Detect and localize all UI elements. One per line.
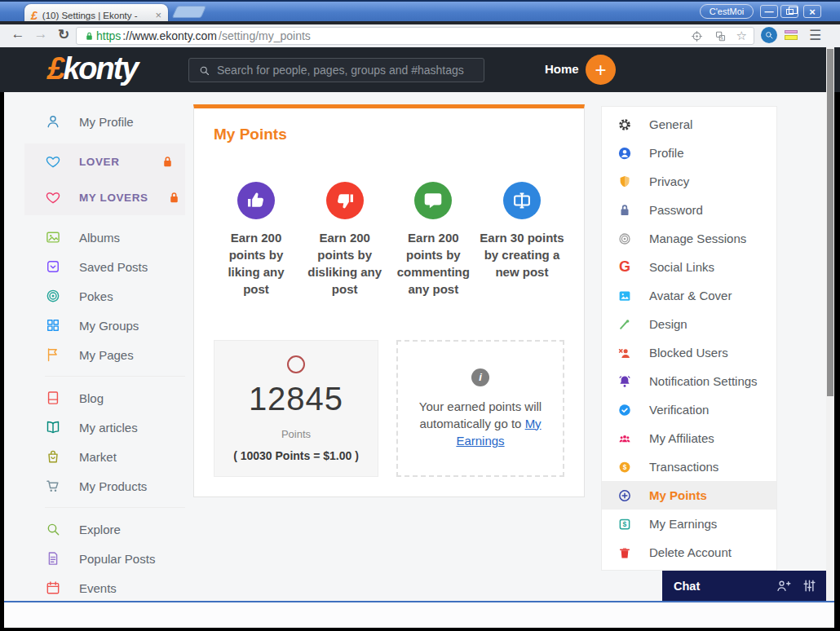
sidebar-item-label: Market [79, 450, 117, 464]
settings-item-label: Notification Settings [649, 374, 758, 388]
settings-item-avatar-cover[interactable]: Avatar & Cover [602, 281, 776, 310]
settings-item-general[interactable]: General [602, 110, 776, 139]
sidebar-item-albums[interactable]: Albums [45, 223, 185, 252]
new-tab-button[interactable] [172, 6, 207, 18]
browser-profile-button[interactable]: C'estMoi [700, 4, 754, 19]
settings-item-verification[interactable]: Verification [602, 395, 776, 424]
minimize-button[interactable]: — [760, 5, 778, 18]
add-person-icon[interactable] [775, 578, 791, 593]
sidebar-item-market[interactable]: Market [45, 442, 185, 471]
translate-icon[interactable]: A [713, 30, 729, 42]
sidebar-item-label: Albums [79, 231, 120, 245]
settings-item-delete-account[interactable]: Delete Account [602, 538, 776, 567]
settings-item-manage-sessions[interactable]: Manage Sessions [602, 224, 776, 253]
favicon: £ [31, 9, 38, 22]
sidebar-item-label: Blog [79, 391, 104, 405]
settings-item-profile[interactable]: Profile [602, 139, 776, 167]
person-x-icon [617, 346, 633, 360]
magnifier-icon [45, 521, 61, 537]
sidebar-item-my-articles[interactable]: My articles [45, 413, 185, 442]
lock-icon [617, 203, 633, 218]
create-post-icon [503, 182, 541, 219]
sidebar-item-my-groups[interactable]: My Groups [45, 311, 185, 340]
sidebar-item-my-profile[interactable]: My Profile [45, 107, 185, 136]
coin-icon: $ [617, 460, 633, 474]
svg-text:$: $ [623, 520, 627, 528]
lock-icon [166, 191, 183, 205]
settings-item-notification-settings[interactable]: Notification Settings [602, 367, 776, 395]
reload-icon[interactable]: ↻ [54, 26, 73, 43]
settings-item-password[interactable]: Password [602, 196, 776, 224]
sidebar-item-my-lovers[interactable]: MY LOVERS [24, 179, 185, 215]
sidebar-item-label: Explore [79, 523, 121, 536]
browser-menu-icon[interactable]: ☰ [809, 27, 821, 44]
earn-caption: Earn 200 points by commenting any post [391, 229, 475, 298]
settings-item-privacy[interactable]: Privacy [602, 167, 776, 196]
back-icon[interactable]: ← [8, 26, 28, 42]
sidebar-item-pokes[interactable]: Pokes [45, 281, 185, 311]
sidebar-item-saved-posts[interactable]: Saved Posts [45, 252, 185, 281]
points-label: Points [214, 428, 378, 440]
thumb-down-icon [326, 182, 364, 219]
close-button[interactable]: × [803, 5, 821, 18]
sidebar-item-lover[interactable]: LOVER [24, 143, 185, 179]
trash-icon [617, 545, 633, 560]
bottom-strip [4, 601, 834, 628]
grid-icon [45, 317, 61, 333]
search-input[interactable] [217, 64, 475, 77]
settings-item-blocked-users[interactable]: Blocked Users [602, 338, 776, 367]
settings-item-my-earnings[interactable]: $My Earnings [602, 510, 776, 538]
my-points-card: My Points Earn 200 points by liking any … [193, 104, 585, 497]
settings-item-label: My Earnings [649, 517, 717, 531]
sidebar-item-my-pages[interactable]: My Pages [45, 340, 185, 369]
sidebar-item-popular-posts[interactable]: Popular Posts [45, 544, 185, 573]
settings-item-label: Transactions [649, 460, 718, 474]
settings-item-label: Social Links [649, 260, 714, 274]
sidebar-item-blog[interactable]: Blog [45, 383, 185, 413]
sidebar-item-events[interactable]: Events [45, 573, 185, 601]
earn-card: Earn 200 points by commenting any post [391, 182, 475, 298]
create-plus-button[interactable]: + [586, 55, 616, 85]
settings-item-label: My Points [649, 488, 707, 502]
forward-icon[interactable]: → [31, 26, 51, 42]
scrollbar-thumb[interactable] [827, 49, 833, 396]
extension-icon[interactable] [784, 27, 798, 43]
earn-card: Earn 200 points by liking any post [214, 182, 298, 298]
bookmark-star-icon[interactable]: ☆ [736, 29, 747, 43]
bookmark-icon [45, 258, 61, 275]
image-filled-icon [617, 289, 633, 303]
sidebar-item-label: My Products [79, 479, 147, 493]
tab-title: (10) Settings | Ekonty - [42, 11, 151, 20]
shield-icon [617, 174, 633, 189]
divider [45, 376, 185, 377]
search-bar[interactable] [188, 58, 484, 82]
info-icon: i [471, 368, 489, 386]
search-extension-icon[interactable] [761, 27, 777, 43]
search-icon [197, 64, 210, 77]
heart-icon [45, 153, 61, 170]
settings-item-my-affiliates[interactable]: My Affiliates [602, 424, 776, 452]
settings-item-transactions[interactable]: $Transactions [602, 452, 776, 481]
chat-settings-icon[interactable] [801, 578, 817, 593]
scrollbar[interactable] [826, 47, 834, 601]
page-title: My Points [214, 126, 564, 143]
circle-plus-icon [617, 488, 633, 503]
sidebar-item-explore[interactable]: Explore [45, 514, 185, 544]
chat-bar[interactable]: Chat [662, 571, 826, 601]
sidebar-item-label: MY LOVERS [79, 192, 148, 204]
settings-item-social-links[interactable]: GSocial Links [602, 253, 776, 281]
nav-home[interactable]: Home [545, 62, 579, 76]
sidebar-item-my-products[interactable]: My Products [45, 471, 185, 501]
restore-button[interactable] [780, 5, 798, 18]
padlock-icon [83, 31, 95, 42]
settings-item-my-points[interactable]: My Points [602, 481, 776, 510]
settings-item-design[interactable]: Design [602, 310, 776, 338]
person-icon [45, 113, 61, 130]
logo[interactable]: £konty [47, 51, 138, 86]
google-icon: G [617, 258, 633, 276]
tab-close-icon[interactable]: × [155, 9, 161, 21]
url-field[interactable]: https ://www.ekonty.com /setting/my_poin… [76, 27, 754, 45]
points-box: 12845 Points ( 10030 Points = $1.00 ) [214, 340, 378, 477]
location-icon[interactable] [689, 30, 705, 42]
sidebar-item-label: Saved Posts [79, 260, 148, 274]
